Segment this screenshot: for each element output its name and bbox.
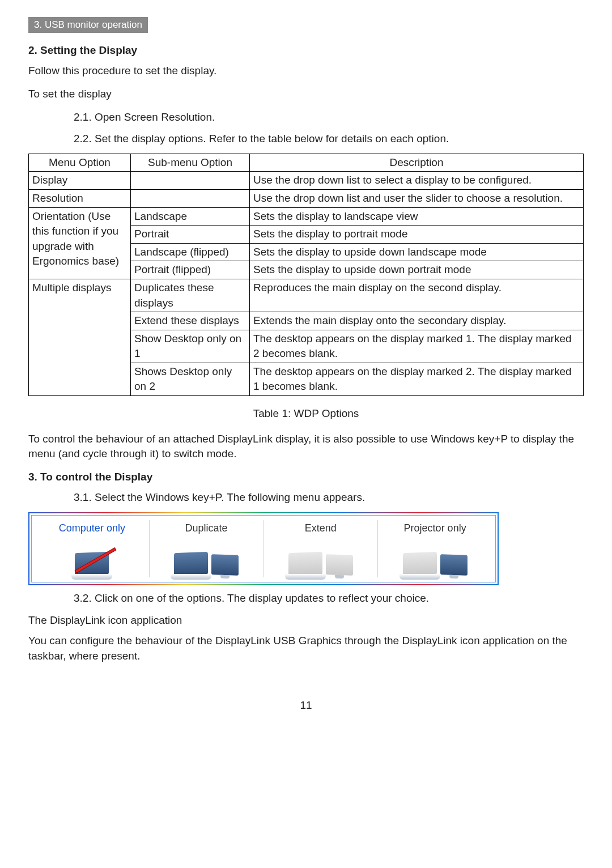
displaylink-heading: The DisplayLink icon application: [28, 613, 584, 628]
cell-desc: Reproduces the main display on the secon…: [250, 279, 584, 312]
monitor-icon: [440, 554, 468, 576]
cell-sub: Portrait (flipped): [131, 261, 250, 279]
section-2-intro: Follow this procedure to set the display…: [28, 63, 584, 79]
cell-sub: Landscape: [131, 207, 250, 225]
cell-sub: Portrait: [131, 225, 250, 244]
table-header-row: Menu Option Sub-menu Option Description: [29, 154, 584, 172]
menu-option-label: Extend: [266, 521, 376, 535]
laptop-icon: [75, 552, 109, 576]
cell-desc: Sets the display to portrait mode: [250, 225, 584, 244]
cell-sub: Duplicates these displays: [131, 279, 250, 312]
laptop-icon: [288, 552, 322, 576]
step-3-2: 3.2. Click on one of the options. The di…: [74, 591, 584, 606]
cell-sub: [131, 172, 250, 190]
cell-sub: Show Desktop only on 1: [131, 330, 250, 363]
cell-desc: Sets the display to upside down landscap…: [250, 243, 584, 261]
step-2-1: 2.1. Open Screen Resolution.: [74, 110, 584, 125]
menu-option-label: Projector only: [380, 521, 490, 535]
table-row: Display Use the drop down list to select…: [29, 172, 584, 190]
cell-desc: Use the drop down list and user the slid…: [250, 189, 584, 207]
step-3-1: 3.1. Select the Windows key+P. The follo…: [74, 490, 584, 505]
cell-desc: Use the drop down list to select a displ…: [250, 172, 584, 190]
menu-option-extend[interactable]: Extend: [264, 520, 379, 577]
th-menu: Menu Option: [29, 154, 131, 172]
menu-option-label: Computer only: [37, 521, 147, 535]
cell-menu-orientation: Orientation (Use this function if you up…: [29, 207, 131, 279]
table-row: Resolution Use the drop down list and us…: [29, 189, 584, 207]
cell-menu: Display: [29, 172, 131, 190]
step-2-2: 2.2. Set the display options. Refer to t…: [74, 131, 584, 147]
cell-sub: Shows Desktop only on 2: [131, 363, 250, 395]
wdp-options-table: Menu Option Sub-menu Option Description …: [28, 154, 584, 396]
section-3-heading: 3. To control the Display: [28, 470, 584, 485]
menu-option-label: Duplicate: [152, 521, 261, 535]
cell-menu: Resolution: [29, 189, 131, 207]
monitor-icon: [211, 554, 239, 576]
section-2-lead: To set the display: [28, 87, 584, 102]
monitor-icon: [326, 554, 353, 576]
menu-option-duplicate[interactable]: Duplicate: [150, 520, 264, 577]
cell-sub: Extend these displays: [131, 312, 250, 330]
th-sub: Sub-menu Option: [131, 154, 250, 172]
cell-desc: The desktop appears on the display marke…: [250, 330, 584, 363]
section-tab: 3. USB monitor operation: [28, 17, 148, 33]
table-row: Multiple displays Duplicates these displ…: [29, 279, 584, 312]
section-2-heading: 2. Setting the Display: [28, 43, 584, 58]
page-number: 11: [28, 698, 584, 713]
laptop-icon: [403, 552, 437, 576]
cell-sub: Landscape (flipped): [131, 243, 250, 261]
cell-sub: [131, 189, 250, 207]
cell-desc: The desktop appears on the display marke…: [250, 363, 584, 395]
after-table-paragraph: To control the behaviour of an attached …: [28, 432, 584, 462]
cell-desc: Extends the main display onto the second…: [250, 312, 584, 330]
table-caption: Table 1: WDP Options: [28, 406, 584, 422]
cell-desc: Sets the display to upside down portrait…: [250, 261, 584, 279]
display-switch-menu: Computer only Duplicate Extend Projector…: [28, 512, 499, 585]
cell-desc: Sets the display to landscape view: [250, 207, 584, 225]
table-row: Orientation (Use this function if you up…: [29, 207, 584, 225]
displaylink-body: You can configure the behaviour of the D…: [28, 633, 584, 663]
cell-menu-multiple: Multiple displays: [29, 279, 131, 395]
menu-option-projector-only[interactable]: Projector only: [378, 520, 492, 577]
th-desc: Description: [250, 154, 584, 172]
laptop-icon: [174, 552, 208, 576]
menu-option-computer-only[interactable]: Computer only: [35, 520, 150, 577]
